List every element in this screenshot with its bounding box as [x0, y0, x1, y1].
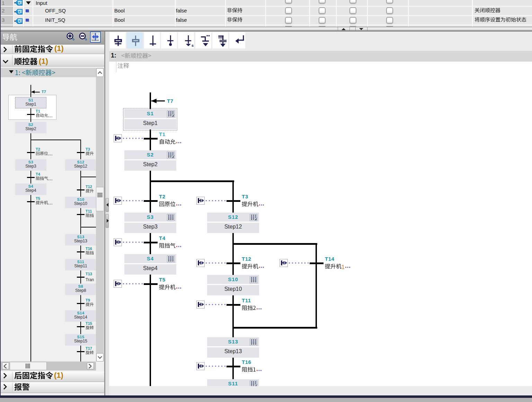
svg-text:s: s [192, 43, 194, 47]
